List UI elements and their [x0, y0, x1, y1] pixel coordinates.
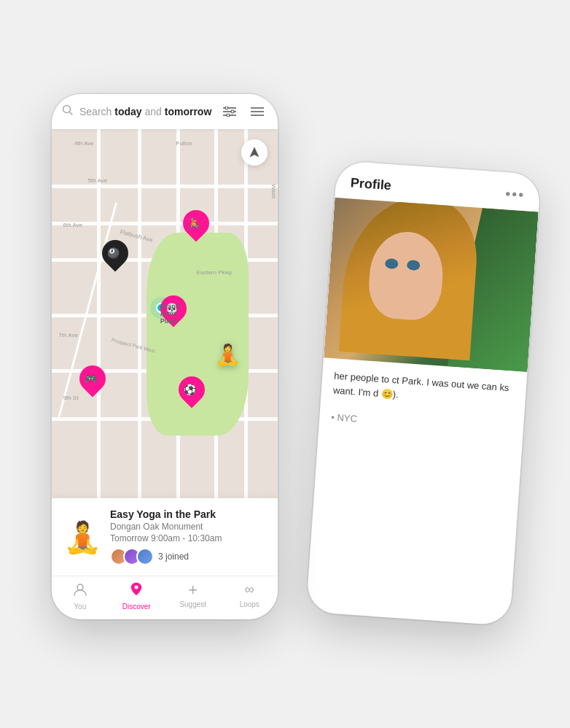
- suggest-icon: +: [188, 582, 198, 598]
- map-area[interactable]: GrandArmyPlaza 4th Ave 5th Ave 6th Ave 7…: [52, 129, 278, 498]
- event-title: Easy Yoga in the Park: [110, 508, 266, 520]
- svg-point-12: [135, 586, 138, 589]
- pin-cycling[interactable]: 🚴: [183, 210, 209, 241]
- profile-phone: Profile ••• her people to ct Park. I was…: [306, 160, 542, 626]
- nav-item-suggest[interactable]: + Suggest: [171, 582, 215, 611]
- discover-icon: [129, 582, 144, 600]
- svg-point-7: [227, 114, 230, 117]
- loops-icon: ∞: [245, 582, 254, 598]
- search-icon: [62, 104, 74, 119]
- pin-gaming[interactable]: 🎮: [79, 365, 106, 396]
- attendee-avatar-list: [110, 548, 154, 565]
- event-info: Easy Yoga in the Park Dongan Oak Monumen…: [110, 508, 266, 565]
- pin-yoga[interactable]: 🧘: [215, 343, 241, 367]
- nav-item-you[interactable]: You: [58, 582, 102, 611]
- pin-billiards[interactable]: 🎱: [102, 240, 128, 271]
- nav-label-you: You: [74, 603, 86, 611]
- svg-point-5: [225, 107, 228, 109]
- you-icon: [73, 582, 87, 600]
- road-label-7: Wash: [270, 184, 276, 198]
- navigation-button[interactable]: [241, 139, 268, 166]
- scene: Profile ••• her people to ct Park. I was…: [30, 50, 540, 678]
- event-emoji: 🧘: [63, 519, 101, 555]
- search-actions: [219, 101, 268, 122]
- pin-soccer[interactable]: ⚽: [179, 376, 205, 407]
- park-label: GrandArmyPlaza: [160, 303, 180, 325]
- profile-title: Profile: [350, 175, 391, 193]
- road-label-4: 7th Ave: [58, 332, 78, 338]
- nav-label-discover: Discover: [122, 603, 151, 611]
- nav-label-loops: Loops: [240, 600, 259, 608]
- bottom-nav: You Discover + Suggest ∞: [52, 576, 278, 619]
- map-phone: Search today and tomorrow: [52, 94, 278, 619]
- attendee-count: 3 joined: [158, 551, 189, 562]
- profile-photo: [324, 198, 539, 372]
- road-label-1: 4th Ave: [74, 140, 94, 147]
- search-conjunction: and: [142, 106, 165, 117]
- event-location: Dongan Oak Monument: [110, 522, 266, 532]
- svg-point-6: [231, 110, 234, 113]
- event-attendees: 3 joined: [110, 548, 266, 565]
- event-time: Tomorrow 9:00am - 10:30am: [110, 533, 266, 543]
- road-label-2: 5th Ave: [88, 177, 108, 184]
- svg-point-11: [77, 584, 83, 590]
- list-view-button[interactable]: [247, 101, 268, 122]
- road-label-5: 9th St: [63, 395, 79, 401]
- nav-item-loops[interactable]: ∞ Loops: [227, 582, 271, 611]
- event-card[interactable]: 🧘 Easy Yoga in the Park Dongan Oak Monum…: [52, 498, 278, 576]
- search-bar: Search today and tomorrow: [52, 94, 278, 129]
- nav-label-suggest: Suggest: [179, 600, 206, 608]
- search-text[interactable]: Search today and tomorrow: [79, 106, 214, 117]
- svg-line-1: [70, 112, 73, 115]
- filter-button[interactable]: [219, 101, 240, 122]
- road-label-9: Eastern Pkwy: [196, 269, 232, 276]
- search-bold-tomorrow: tomorrow: [165, 106, 212, 117]
- profile-menu-button[interactable]: •••: [505, 185, 526, 204]
- attendee-avatar-3: [136, 548, 154, 565]
- nav-item-discover[interactable]: Discover: [114, 582, 158, 611]
- road-label-6: Fulton: [176, 140, 192, 147]
- road-label-3: 6th Ave: [63, 222, 83, 228]
- search-bold-today: today: [114, 106, 141, 117]
